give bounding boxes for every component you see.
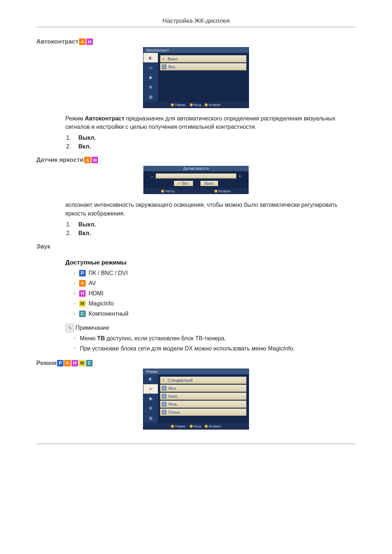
osd-footer: Настр. Возврат xyxy=(143,188,249,194)
heading-text: Режим xyxy=(36,360,56,367)
note-heading: ✎ Примечание xyxy=(65,324,356,332)
page-header: Настройка ЖК-дисплея xyxy=(36,15,356,27)
sidebar-sound-icon[interactable]: ▭ xyxy=(143,384,158,394)
badge-a-icon: A xyxy=(64,360,71,366)
sidebar-setup-icon[interactable]: ◉ xyxy=(143,73,158,82)
option-label: Польз. xyxy=(168,410,181,414)
badge-p-icon: P xyxy=(57,360,64,366)
mode-item-component: ●CКомпонентный xyxy=(73,311,356,317)
diamond-icon xyxy=(171,425,174,428)
badge-h-icon: H xyxy=(79,290,86,297)
osd-title: Режим xyxy=(143,369,249,374)
osd-autocontrast-wrapper: Автоконтраст ◐ ▭ ◉ ⚙ ▥ ✔ Выкл. Вкл xyxy=(36,48,356,108)
sidebar-setup-icon[interactable]: ◉ xyxy=(143,394,158,404)
divider xyxy=(36,444,356,444)
section-sound-heading: Звук xyxy=(36,243,356,250)
osd-sidebar: ◐ ▭ ◉ ⚙ ▥ xyxy=(143,374,158,423)
list-item: Вкл. xyxy=(73,143,356,150)
badge-h-icon: H xyxy=(72,360,78,366)
diamond-icon xyxy=(171,103,174,106)
badge-c-icon: C xyxy=(86,360,93,366)
badge-m-icon: M xyxy=(79,300,86,307)
mode-item-hdmi: ●HHDMI xyxy=(73,290,356,297)
box-icon xyxy=(162,386,166,390)
osd-buttons: ✔Вкл. Выкл. xyxy=(143,181,249,188)
para-bold: Автоконтраст xyxy=(85,115,124,122)
badge-a-icon: A xyxy=(84,157,91,163)
footer-adjust: Настр. xyxy=(161,189,175,193)
minus-icon[interactable]: – xyxy=(151,174,154,178)
note-item: ●Меню ТВ доступно, если установлен блок … xyxy=(73,335,356,342)
osd-option-standard[interactable]: ✔Стандартный xyxy=(160,377,246,384)
note-item: ●При установке блока сети для модели DX … xyxy=(73,345,356,353)
return-icon xyxy=(205,103,208,106)
mode-item-pc: ●PПК / BNC / DVI xyxy=(73,270,356,276)
footer-return: Возврат xyxy=(205,424,221,428)
document-page: Настройка ЖК-дисплея Автоконтраст A H Ав… xyxy=(29,15,363,444)
badge-c-icon: C xyxy=(79,311,86,317)
mode-label: Компонентный xyxy=(89,311,128,317)
divider xyxy=(36,27,356,27)
sidebar-multi-icon[interactable]: ▥ xyxy=(143,92,158,102)
bullet-icon: ● xyxy=(73,337,76,342)
sidebar-option-icon[interactable]: ⚙ xyxy=(143,82,158,92)
box-icon xyxy=(162,402,166,406)
osd-option-off[interactable]: ✔ Выкл. xyxy=(160,55,246,62)
osd-title: Датчик яркости xyxy=(143,166,249,171)
mode-item-av: ●AAV xyxy=(73,280,356,287)
badge-a-icon: A xyxy=(79,280,86,287)
bullet-icon: ● xyxy=(73,272,76,274)
bullet-icon: ● xyxy=(73,282,76,284)
osd-option-music[interactable]: Муз. xyxy=(160,385,246,392)
heading-text: Датчик яркости xyxy=(36,156,83,164)
footer-return: Возврат xyxy=(205,103,221,107)
box-icon xyxy=(162,410,166,414)
mode-label: MagicInfo xyxy=(89,300,114,307)
osd-option-movie[interactable]: Кино xyxy=(160,393,246,400)
osd-footer: Перем. Вход Возврат xyxy=(143,423,249,429)
sidebar-picture-icon[interactable]: ◐ xyxy=(143,374,158,384)
check-icon: ✔ xyxy=(178,181,181,185)
return-icon xyxy=(205,425,208,428)
heading-text: Звук xyxy=(36,243,50,250)
footer-move: Перем. xyxy=(171,103,186,107)
osd-option-on[interactable]: Вкл. xyxy=(160,63,246,70)
osd-footer: Перем. Вход Возврат xyxy=(143,102,249,108)
osd-option-speech[interactable]: Речь xyxy=(160,401,246,408)
osd-autocontrast: Автоконтраст ◐ ▭ ◉ ⚙ ▥ ✔ Выкл. Вкл xyxy=(143,48,249,108)
option-label: Речь xyxy=(168,402,177,406)
section-autocontrast-heading: Автоконтраст A H xyxy=(36,38,356,45)
option-label: Кино xyxy=(168,394,177,398)
check-icon: ✔ xyxy=(162,378,166,382)
modes-list: ●PПК / BNC / DVI ●AAV ●HHDMI ●MMagicInfo… xyxy=(73,270,356,317)
mode-item-magicinfo: ●MMagicInfo xyxy=(73,300,356,307)
note-text: Меню ТВ доступно, если установлен блок Т… xyxy=(80,335,356,342)
option-label: Стандартный xyxy=(168,378,193,382)
sidebar-picture-icon[interactable]: ◐ xyxy=(143,53,158,63)
bullet-icon: ● xyxy=(73,313,76,315)
available-modes-heading: Доступные режимы xyxy=(65,259,356,266)
sidebar-sound-icon[interactable]: ▭ xyxy=(143,63,158,73)
bullet-icon: ● xyxy=(73,292,76,295)
osd-main: ✔Стандартный Муз. Кино Речь Польз. xyxy=(158,374,249,423)
footer-move: Перем. xyxy=(171,424,186,428)
sidebar-multi-icon[interactable]: ▥ xyxy=(143,414,158,423)
footer-enter: Вход xyxy=(190,103,201,107)
list-item: Вкл. xyxy=(73,230,356,237)
bullet-icon: ● xyxy=(73,347,76,353)
enter-icon xyxy=(190,425,193,428)
option-label: Муз. xyxy=(168,386,177,390)
osd-body: ◐ ▭ ◉ ⚙ ▥ ✔Стандартный Муз. Кино Речь По… xyxy=(143,374,249,423)
mode-label: HDMI xyxy=(89,290,103,297)
osd-brightness-wrapper: Датчик яркости – + ✔Вкл. Выкл. Настр. Во… xyxy=(36,166,356,194)
plus-icon[interactable]: + xyxy=(238,174,241,178)
osd-off-button[interactable]: Выкл. xyxy=(200,181,218,186)
para-prefix: Режим xyxy=(65,115,85,122)
heading-text: Автоконтраст xyxy=(36,38,78,45)
note-list: ●Меню ТВ доступно, если установлен блок … xyxy=(73,335,356,353)
osd-option-custom[interactable]: Польз. xyxy=(160,409,246,416)
osd-on-button[interactable]: ✔Вкл. xyxy=(174,181,193,186)
autocontrast-list: Выкл. Вкл. xyxy=(73,135,356,150)
sidebar-option-icon[interactable]: ⚙ xyxy=(143,404,158,414)
brightness-slider[interactable] xyxy=(156,173,236,178)
